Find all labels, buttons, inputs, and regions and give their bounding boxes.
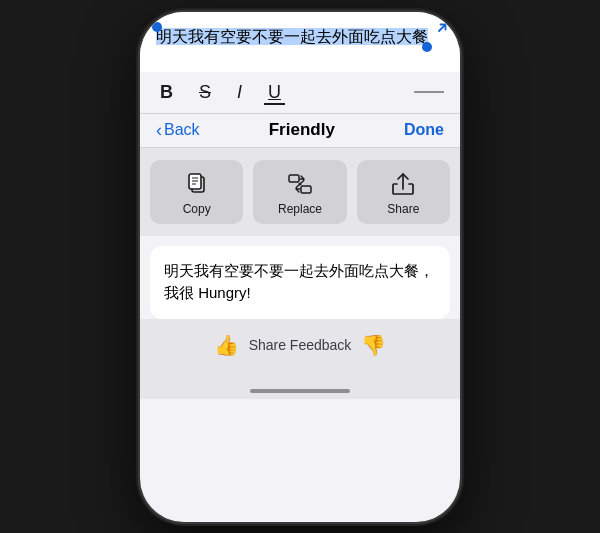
copy-button[interactable]: Copy bbox=[150, 160, 243, 224]
actions-area: Copy Replace Share bbox=[140, 148, 460, 236]
thumbs-down-icon[interactable]: 👎 bbox=[361, 333, 386, 357]
expand-icon[interactable] bbox=[430, 22, 448, 44]
phone-frame: 明天我有空要不要一起去外面吃点大餐 B S I U ‹ Back Friendl… bbox=[140, 12, 460, 522]
back-button[interactable]: ‹ Back bbox=[156, 120, 200, 141]
share-button[interactable]: Share bbox=[357, 160, 450, 224]
copy-label: Copy bbox=[183, 202, 211, 216]
selection-handle-left bbox=[152, 22, 162, 32]
home-indicator bbox=[140, 371, 460, 399]
feedback-label: Share Feedback bbox=[249, 337, 352, 353]
copy-icon bbox=[183, 170, 211, 198]
italic-button[interactable]: I bbox=[233, 80, 246, 105]
text-input-area[interactable]: 明天我有空要不要一起去外面吃点大餐 bbox=[140, 12, 460, 72]
bold-button[interactable]: B bbox=[156, 80, 177, 105]
done-button[interactable]: Done bbox=[404, 121, 444, 139]
underline-button[interactable]: U bbox=[264, 80, 285, 105]
result-area: 明天我有空要不要一起去外面吃点大餐，我很 Hungry! bbox=[150, 246, 450, 319]
share-label: Share bbox=[387, 202, 419, 216]
svg-rect-5 bbox=[289, 175, 299, 182]
selected-text: 明天我有空要不要一起去外面吃点大餐 bbox=[156, 28, 428, 45]
home-bar bbox=[250, 389, 350, 393]
replace-icon bbox=[286, 170, 314, 198]
share-icon bbox=[389, 170, 417, 198]
result-text: 明天我有空要不要一起去外面吃点大餐，我很 Hungry! bbox=[164, 260, 436, 305]
thumbs-up-icon[interactable]: 👍 bbox=[214, 333, 239, 357]
strikethrough-button[interactable]: S bbox=[195, 80, 215, 105]
formatting-bar: B S I U bbox=[140, 72, 460, 114]
replace-button[interactable]: Replace bbox=[253, 160, 346, 224]
text-input-content: 明天我有空要不要一起去外面吃点大餐 bbox=[156, 26, 444, 48]
svg-rect-6 bbox=[301, 186, 311, 193]
nav-title: Friendly bbox=[269, 120, 335, 140]
back-chevron-icon: ‹ bbox=[156, 120, 162, 141]
feedback-area: 👍 Share Feedback 👎 bbox=[140, 319, 460, 371]
back-label: Back bbox=[164, 121, 200, 139]
nav-bar: ‹ Back Friendly Done bbox=[140, 114, 460, 148]
replace-label: Replace bbox=[278, 202, 322, 216]
separator bbox=[414, 91, 444, 93]
